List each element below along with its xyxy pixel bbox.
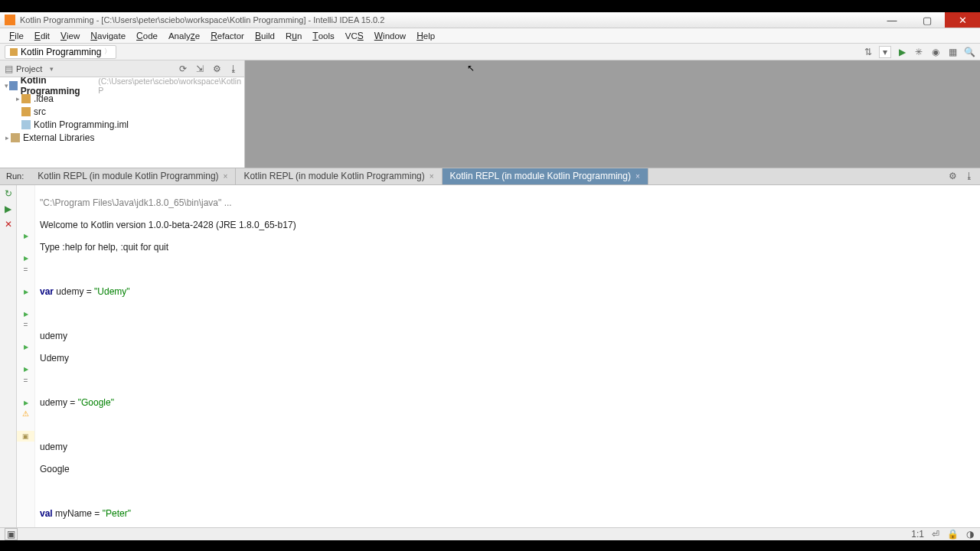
sync-icon[interactable]: ⇅ (862, 46, 874, 58)
tree-item-src[interactable]: src (0, 105, 244, 118)
menu-code[interactable]: Code (132, 31, 162, 41)
folder-icon (10, 48, 18, 56)
menu-run[interactable]: Run (281, 31, 306, 41)
tree-root-path: (C:\Users\peter\sciebo\workspace\Kotlin … (98, 77, 241, 95)
chevron-down-icon[interactable]: ▾ (50, 65, 54, 73)
tree-item-iml[interactable]: Kotlin Programming.iml (0, 118, 244, 131)
run-panel: Run: Kotlin REPL (in module Kotlin Progr… (0, 168, 980, 527)
run-toolbar (0, 185, 17, 527)
play-icon[interactable] (5, 204, 11, 214)
line-separator-icon[interactable]: ⏎ (932, 529, 939, 540)
tree-external-libs[interactable]: ▸ External Libraries (0, 131, 244, 144)
menu-build[interactable]: Build (250, 31, 279, 41)
breadcrumb-project[interactable]: Kotlin Programming 〉 (5, 45, 116, 59)
project-tool-icon: ▤ (5, 64, 13, 74)
menu-file[interactable]: File (5, 31, 28, 41)
menu-navigate[interactable]: Navigate (86, 31, 130, 41)
debug-icon[interactable]: ✳ (913, 46, 925, 58)
menu-view[interactable]: View (56, 31, 84, 41)
scroll-to-source-icon[interactable]: ⟳ (177, 63, 189, 75)
run-config-dropdown[interactable]: ▾ (879, 46, 891, 58)
maximize-button[interactable]: ▢ (910, 12, 945, 28)
close-icon[interactable]: × (430, 172, 434, 181)
tree-root[interactable]: ▾ Kotlin Programming (C:\Users\peter\sci… (0, 79, 244, 92)
chevron-right-icon: 〉 (104, 47, 111, 57)
folder-icon (21, 94, 31, 103)
project-structure-icon[interactable]: ▦ (946, 46, 959, 58)
caret-position: 1:1 (911, 529, 924, 540)
module-icon (9, 81, 17, 90)
repl-gutter (17, 185, 35, 527)
stop-icon[interactable]: ◉ (929, 46, 942, 58)
gear-icon[interactable]: ⚙ (211, 63, 223, 75)
app-icon (5, 15, 15, 25)
project-tree[interactable]: ▾ Kotlin Programming (C:\Users\peter\sci… (0, 77, 244, 145)
editor-empty-area: ↖ (245, 60, 980, 168)
minimize-button[interactable]: — (874, 12, 910, 28)
run-tab-0[interactable]: Kotlin REPL (in module Kotlin Programmin… (30, 168, 236, 184)
statusbar-msg-icon[interactable]: ▣ (5, 528, 18, 540)
hide-icon[interactable]: ⭳ (227, 63, 240, 75)
lock-icon[interactable]: 🔒 (947, 529, 959, 540)
close-icon[interactable]: × (635, 172, 640, 181)
window-title: Kotlin Programming - [C:\Users\peter\sci… (20, 15, 384, 24)
project-panel-label: Project (16, 64, 42, 73)
run-tab-1[interactable]: Kotlin REPL (in module Kotlin Programmin… (236, 168, 442, 184)
mouse-cursor-icon: ↖ (467, 63, 475, 73)
file-icon (21, 120, 31, 129)
hide-icon[interactable]: ⭳ (963, 170, 975, 182)
run-tab-2[interactable]: Kotlin REPL (in module Kotlin Programmin… (443, 168, 648, 184)
close-icon[interactable]: × (224, 172, 228, 181)
library-icon (11, 133, 20, 142)
statusbar: ▣ 1:1 ⏎ 🔒 ◑ (0, 527, 980, 540)
menu-edit[interactable]: Edit (30, 31, 54, 41)
project-panel: ▤ Project ▾ ⟳ ⇲ ⚙ ⭳ ▾ Kotlin Pr (0, 60, 245, 168)
menubar: File Edit View Navigate Code Analyze Ref… (0, 28, 980, 44)
titlebar: Kotlin Programming - [C:\Users\peter\sci… (0, 12, 980, 28)
menu-analyze[interactable]: Analyze (164, 31, 204, 41)
notifications-icon[interactable]: ◑ (966, 529, 974, 540)
repl-output[interactable]: "C:\Program Files\Java\jdk1.8.0_65\bin\j… (35, 185, 980, 527)
restart-icon[interactable] (5, 188, 12, 199)
breadcrumb-bar: Kotlin Programming 〉 ⇅ ▾ ▶ ✳ ◉ ▦ 🔍 (0, 44, 980, 60)
menu-help[interactable]: Help (412, 31, 439, 41)
gear-icon[interactable]: ⚙ (946, 170, 959, 182)
tree-root-label: Kotlin Programming (21, 75, 96, 96)
menu-window[interactable]: Window (370, 31, 410, 41)
run-panel-label: Run: (0, 171, 30, 181)
menu-tools[interactable]: Tools (308, 31, 338, 41)
run-button-icon[interactable]: ▶ (896, 46, 908, 58)
close-button[interactable]: ✕ (945, 12, 980, 28)
folder-icon (21, 107, 31, 116)
menu-refactor[interactable]: Refactor (206, 31, 249, 41)
search-icon[interactable]: 🔍 (963, 46, 975, 58)
menu-vcs[interactable]: VCS (341, 31, 368, 41)
stop-icon[interactable] (5, 219, 12, 230)
breadcrumb-label: Kotlin Programming (21, 47, 101, 57)
collapse-all-icon[interactable]: ⇲ (194, 63, 206, 75)
